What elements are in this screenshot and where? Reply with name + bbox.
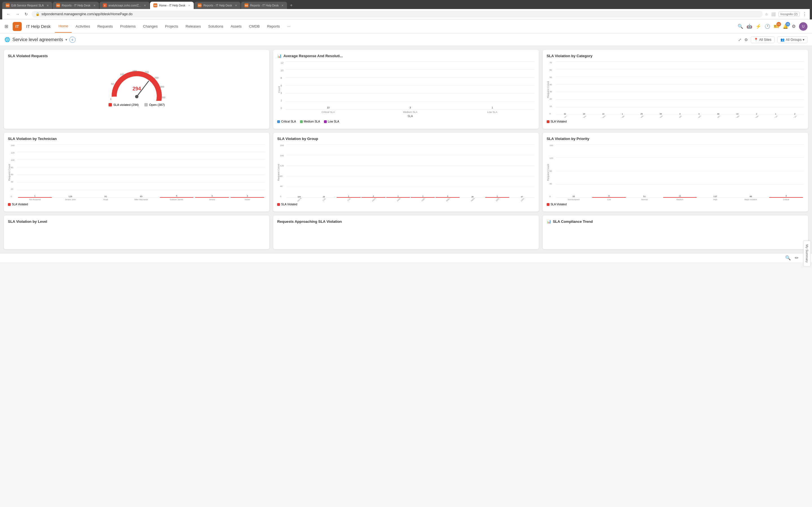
nav-projects[interactable]: Projects xyxy=(161,20,182,33)
app-logo: IT xyxy=(13,22,22,31)
nav-releases[interactable]: Releases xyxy=(182,20,204,33)
zoom-icon[interactable]: 🔍 xyxy=(785,255,791,261)
reload-button[interactable]: ↻ xyxy=(23,11,29,17)
nav-problems[interactable]: Problems xyxy=(117,20,139,33)
approaching-violation-widget: Requests Approaching SLA Violation xyxy=(273,216,539,249)
nav-changes[interactable]: Changes xyxy=(140,20,161,33)
title-dropdown-arrow[interactable]: ▾ xyxy=(65,38,67,42)
tab-label-2: Reports - IT Help Desk xyxy=(62,4,91,7)
violation-level-title: SLA Violation by Level xyxy=(8,219,265,224)
chart-icon: 📊 xyxy=(277,54,282,58)
new-tab-button[interactable]: + xyxy=(288,2,295,9)
tech-bar-0: 1 xyxy=(18,194,52,198)
compliance-trend-title: 📊 SLA Compliance Trend xyxy=(547,219,804,224)
cat-legend-violated: SLA Violated xyxy=(547,120,567,123)
add-dashboard-button[interactable]: + xyxy=(69,37,75,43)
avg-legend: Critical SLA Medium SLA Low SLA xyxy=(277,120,535,123)
pri-bar-3: 11 xyxy=(663,194,697,198)
tab-close-2[interactable]: ✕ xyxy=(93,4,96,7)
address-bar[interactable]: 🔒 sdpondemand.manageengine.com/app/itdes… xyxy=(32,11,763,17)
tab-2[interactable]: SD Reports - IT Help Desk ✕ xyxy=(53,2,99,9)
tab-5[interactable]: SD Reports - IT Help Desk ✕ xyxy=(194,2,241,9)
menu-button[interactable]: ⋮ xyxy=(802,11,807,17)
tab-4[interactable]: SD Home - IT Help Desk ✕ xyxy=(150,2,194,9)
nav-activities[interactable]: Activities xyxy=(72,20,93,33)
grp-chart-area: Request Count 04080120160200 184 xyxy=(277,144,535,201)
tab-close-1[interactable]: ✕ xyxy=(47,4,49,7)
groups-dropdown: ▾ xyxy=(803,38,804,42)
profile-button[interactable]: Incognito (2) xyxy=(778,11,800,17)
tab-3[interactable]: Z analyticsapi.zoho.com/Z... ✕ xyxy=(100,2,150,9)
cat-bar-0: 32 xyxy=(556,113,574,115)
assistant-icon[interactable]: 🤖 xyxy=(747,24,752,29)
bottom-bar: 🔍 ✏ 💡 xyxy=(0,253,812,262)
notification-icon[interactable]: 🔔 25 xyxy=(783,24,788,29)
tab-6[interactable]: SD Reports - IT Help Desk ✕ xyxy=(241,2,287,9)
settings-icon2[interactable]: ⚙ xyxy=(744,38,748,42)
svg-text:0: 0 xyxy=(110,98,111,101)
settings-icon[interactable]: ⚙ xyxy=(792,24,796,29)
all-sites-button[interactable]: 📍 All Sites xyxy=(751,36,774,43)
nav-cmdb[interactable]: CMDB xyxy=(246,20,263,33)
grid-icon[interactable]: ⊞ xyxy=(4,24,8,29)
avg-chart-area: Count 024681012 xyxy=(277,61,535,118)
nav-more[interactable]: ··· xyxy=(284,20,294,33)
low-bar-group: 1 xyxy=(456,106,529,110)
fullscreen-icon[interactable]: ⤢ xyxy=(738,38,742,42)
tech-bars-wrap: 1 126 91 65 5 3 3 xyxy=(17,144,265,198)
tab-1[interactable]: SD Edit Service Request SLA ✕ xyxy=(2,2,52,9)
grp-bar-1: 25 xyxy=(312,196,336,198)
nav-requests[interactable]: Requests xyxy=(94,20,116,33)
grp-violated-sq xyxy=(277,203,280,206)
tab-close-6[interactable]: ✕ xyxy=(282,4,284,7)
nav-home[interactable]: Home xyxy=(55,20,71,33)
nav-assets[interactable]: Assets xyxy=(227,20,245,33)
tech-legend-violated: SLA Violated xyxy=(8,203,28,206)
notif-badge: 25 xyxy=(785,22,790,26)
tab-favicon-2: SD xyxy=(56,3,60,7)
x-label-low: Low SLA xyxy=(456,111,529,114)
back-button[interactable]: ← xyxy=(5,11,12,17)
grp-bar-0: 184 xyxy=(287,196,311,198)
cat-bars-wrap: 32 20 10 1 25 35 4 4 48 14 2 1 2 xyxy=(556,61,804,115)
avatar[interactable]: U xyxy=(799,22,808,31)
gauge-legend: SLA violated (294) Open (387) xyxy=(109,103,165,107)
grp-chart-inner: 04080120160200 184 25 1 4 xyxy=(280,144,535,201)
svg-text:250: 250 xyxy=(154,76,158,79)
grp-bar-4: 1 xyxy=(386,195,410,198)
tab-close-4[interactable]: ✕ xyxy=(188,4,190,7)
forward-button[interactable]: → xyxy=(14,11,21,17)
extension-icon[interactable]: ⬜ xyxy=(771,12,776,16)
open-label: Open (387) xyxy=(149,103,165,107)
header-actions: 🔍 🤖 ⚡ 🕐 🎫 21 🔔 25 ⚙ U xyxy=(738,22,808,31)
nav-reports[interactable]: Reports xyxy=(264,20,283,33)
bookmark-icon[interactable]: ☆ xyxy=(765,12,768,16)
search-icon[interactable]: 🔍 xyxy=(738,24,743,29)
history-icon[interactable]: 🕐 xyxy=(765,24,770,29)
critical-bar-group: 10 xyxy=(291,106,365,110)
violation-level-widget: SLA Violation by Level xyxy=(4,216,269,249)
lightning-icon[interactable]: ⚡ xyxy=(756,24,761,29)
tech-x-labels: Not Assigned Jendra John Hugh Mike Wazow… xyxy=(17,199,265,201)
nav-solutions[interactable]: Solutions xyxy=(205,20,226,33)
grp-bar-7: 26 xyxy=(460,196,485,198)
edit-icon[interactable]: ✏ xyxy=(795,255,799,261)
legend-open: Open (387) xyxy=(144,103,165,107)
pri-bar-4: 137 xyxy=(698,195,732,198)
tech-bars-group: 1 126 91 65 5 3 3 xyxy=(17,144,265,198)
lock-icon: 🔒 xyxy=(36,12,40,16)
cat-y-axis-label: Request Count xyxy=(547,61,550,118)
ticket-icon[interactable]: 🎫 21 xyxy=(774,24,779,29)
cat-violated-sq xyxy=(547,120,550,123)
grp-bar-9: 47 xyxy=(510,196,534,198)
medium-legend-sq xyxy=(300,120,303,123)
tab-close-5[interactable]: ✕ xyxy=(235,4,237,7)
cat-bar-11: 1 xyxy=(766,113,785,115)
my-summary-tab[interactable]: My Summary xyxy=(804,241,811,262)
tab-close-3[interactable]: ✕ xyxy=(144,4,146,7)
critical-bar-value: 10 xyxy=(327,106,329,109)
all-groups-button[interactable]: 👥 All Groups ▾ xyxy=(777,36,808,43)
page-header: 🌐 Service level agreements ▾ + ⤢ ⚙ 📍 All… xyxy=(0,34,812,46)
browser-chrome: SD Edit Service Request SLA ✕ SD Reports… xyxy=(0,0,812,19)
tech-grid-bars: 020406080100120140 1 126 91 xyxy=(11,144,265,198)
